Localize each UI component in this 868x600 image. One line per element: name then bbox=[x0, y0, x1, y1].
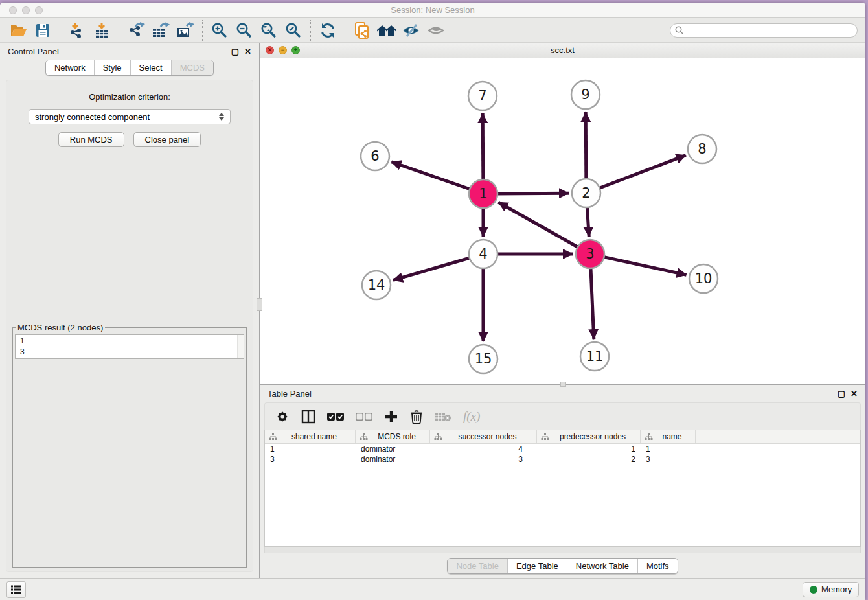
deselect-all-button[interactable] bbox=[356, 412, 372, 421]
clone-network-button[interactable] bbox=[352, 21, 372, 40]
network-window-title: scc.txt bbox=[260, 45, 865, 55]
node-label-11: 11 bbox=[586, 349, 604, 364]
show-column-panel-button[interactable] bbox=[301, 410, 315, 424]
float-panel-icon[interactable]: ▢ bbox=[231, 47, 239, 56]
network-canvas[interactable]: 1234678910111415 bbox=[260, 58, 865, 384]
cell-MCDS-role: dominator bbox=[356, 444, 430, 454]
delete-table-button[interactable] bbox=[435, 411, 451, 422]
mcds-panel: Optimization criterion: strongly connect… bbox=[6, 80, 253, 572]
result-scrollbar[interactable] bbox=[237, 335, 244, 358]
add-column-button[interactable] bbox=[384, 410, 398, 424]
search-box[interactable] bbox=[670, 23, 858, 38]
show-graphics-button[interactable] bbox=[426, 21, 446, 40]
network-minimize-button[interactable]: − bbox=[279, 46, 287, 54]
float-table-panel-icon[interactable]: ▢ bbox=[838, 389, 845, 398]
cell-shared-name: 3 bbox=[265, 455, 356, 464]
table-row[interactable]: 3dominator323 bbox=[265, 454, 860, 465]
edge-2-8[interactable] bbox=[586, 156, 686, 193]
search-input[interactable] bbox=[687, 26, 852, 35]
column-header-shared-name[interactable]: shared name bbox=[265, 430, 356, 443]
delete-column-button[interactable] bbox=[410, 410, 423, 424]
export-image-button[interactable] bbox=[175, 21, 196, 40]
criterion-value: strongly connected component bbox=[35, 112, 150, 122]
open-folder-icon bbox=[10, 23, 27, 38]
select-all-button[interactable] bbox=[327, 412, 344, 421]
network-zoom-button[interactable]: + bbox=[291, 46, 300, 54]
table-footer-strip bbox=[264, 547, 861, 553]
tab-style[interactable]: Style bbox=[94, 60, 130, 75]
table-toolbar: f(x) bbox=[264, 402, 861, 430]
column-header-successor-nodes[interactable]: successor nodes bbox=[430, 430, 537, 443]
mcds-result-text: 1 3 bbox=[16, 335, 244, 358]
export-network-button[interactable] bbox=[126, 21, 146, 40]
run-mcds-button[interactable]: Run MCDS bbox=[58, 132, 124, 147]
close-panel-icon[interactable]: ✕ bbox=[244, 47, 251, 56]
criterion-select[interactable]: strongly connected component bbox=[29, 109, 231, 124]
toolbar-separator bbox=[119, 20, 119, 41]
table-row[interactable]: 1dominator411 bbox=[265, 444, 860, 454]
table-tab-edge-table[interactable]: Edge Table bbox=[507, 559, 567, 573]
hierarchy-icon bbox=[269, 433, 277, 441]
network-graph[interactable]: 1234678910111415 bbox=[260, 58, 865, 384]
cell-name: 3 bbox=[641, 455, 696, 464]
column-header-MCDS-role[interactable]: MCDS role bbox=[356, 430, 430, 443]
cell-shared-name: 1 bbox=[265, 444, 356, 454]
zoom-fit-button[interactable] bbox=[258, 21, 279, 40]
node-label-14: 14 bbox=[368, 277, 385, 293]
import-table-button[interactable] bbox=[91, 21, 112, 40]
node-label-6: 6 bbox=[371, 148, 379, 164]
edge-3-1[interactable] bbox=[499, 202, 590, 254]
node-label-4: 4 bbox=[479, 246, 487, 262]
function-builder-button[interactable]: f(x) bbox=[463, 410, 480, 424]
node-label-8: 8 bbox=[698, 141, 706, 157]
table-panel: Table Panel ▢ ✕ bbox=[260, 385, 865, 578]
refresh-button[interactable] bbox=[317, 21, 338, 40]
tab-mcds[interactable]: MCDS bbox=[171, 60, 213, 75]
table-tab-motifs[interactable]: Motifs bbox=[637, 559, 678, 573]
control-panel-header: Control Panel ▢ ✕ bbox=[0, 43, 259, 60]
memory-button[interactable]: Memory bbox=[803, 582, 859, 597]
cell-successor-nodes: 4 bbox=[430, 444, 537, 454]
zoom-out-button[interactable] bbox=[234, 21, 255, 40]
import-network-icon bbox=[69, 22, 86, 39]
open-session-button[interactable] bbox=[8, 21, 29, 40]
panel-splitter-handle[interactable] bbox=[257, 298, 262, 311]
save-session-button[interactable] bbox=[32, 21, 53, 40]
status-bar: Memory bbox=[0, 578, 865, 600]
network-close-button[interactable]: ✕ bbox=[266, 46, 274, 54]
cell-name: 1 bbox=[641, 444, 696, 454]
table-tab-network-table[interactable]: Network Table bbox=[567, 559, 637, 573]
hide-graphics-button[interactable] bbox=[401, 21, 422, 40]
optimization-label: Optimization criterion: bbox=[89, 92, 170, 102]
close-panel-button[interactable]: Close panel bbox=[133, 132, 201, 147]
export-image-icon bbox=[176, 22, 194, 39]
trash-icon bbox=[410, 410, 423, 424]
tab-network[interactable]: Network bbox=[46, 60, 94, 75]
table-tabs: Node TableEdge TableNetwork TableMotifs bbox=[447, 558, 678, 574]
close-table-panel-icon[interactable]: ✕ bbox=[851, 389, 858, 398]
import-table-icon bbox=[93, 22, 110, 39]
table-tab-node-table[interactable]: Node Table bbox=[448, 559, 507, 573]
export-table-button[interactable] bbox=[150, 21, 171, 40]
tab-select[interactable]: Select bbox=[130, 60, 171, 75]
column-header-name[interactable]: name bbox=[641, 430, 696, 443]
cell-predecessor-nodes: 2 bbox=[537, 455, 641, 464]
canvas-splitter-handle[interactable] bbox=[560, 382, 566, 387]
column-header-predecessor-nodes[interactable]: predecessor nodes bbox=[537, 430, 641, 443]
zoom-in-button[interactable] bbox=[209, 21, 230, 40]
main-toolbar bbox=[0, 18, 865, 43]
unchecked-boxes-icon bbox=[356, 412, 372, 421]
zoom-selected-button[interactable] bbox=[283, 21, 304, 40]
search-icon bbox=[675, 26, 684, 35]
table-settings-button[interactable] bbox=[275, 410, 290, 424]
destroy-network-button[interactable] bbox=[376, 21, 397, 40]
plus-icon bbox=[384, 410, 398, 424]
hierarchy-icon bbox=[434, 433, 442, 441]
node-label-7: 7 bbox=[478, 88, 486, 104]
node-label-10: 10 bbox=[695, 271, 713, 286]
node-table[interactable]: shared nameMCDS rolesuccessor nodesprede… bbox=[264, 430, 861, 547]
task-history-button[interactable] bbox=[6, 581, 26, 598]
import-network-button[interactable] bbox=[67, 21, 87, 40]
refresh-icon bbox=[319, 22, 336, 39]
split-panel-icon bbox=[301, 410, 315, 424]
